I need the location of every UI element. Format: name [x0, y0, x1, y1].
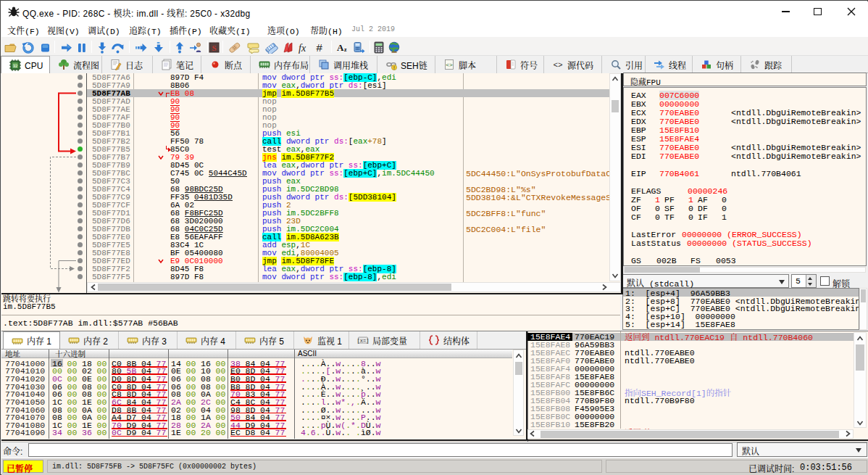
svg-text:#: # — [317, 41, 323, 54]
svg-text:<>: <> — [446, 62, 453, 68]
svg-text:fx: fx — [299, 43, 306, 54]
svg-text:[x=]: [x=] — [357, 338, 369, 344]
svg-text:!: ! — [393, 65, 395, 70]
svg-text:A: A — [337, 42, 344, 53]
svg-text:32: 32 — [13, 63, 18, 67]
svg-text:S: S — [212, 44, 216, 52]
svg-text:<>: <> — [553, 61, 562, 70]
svg-text:z: z — [344, 46, 347, 53]
